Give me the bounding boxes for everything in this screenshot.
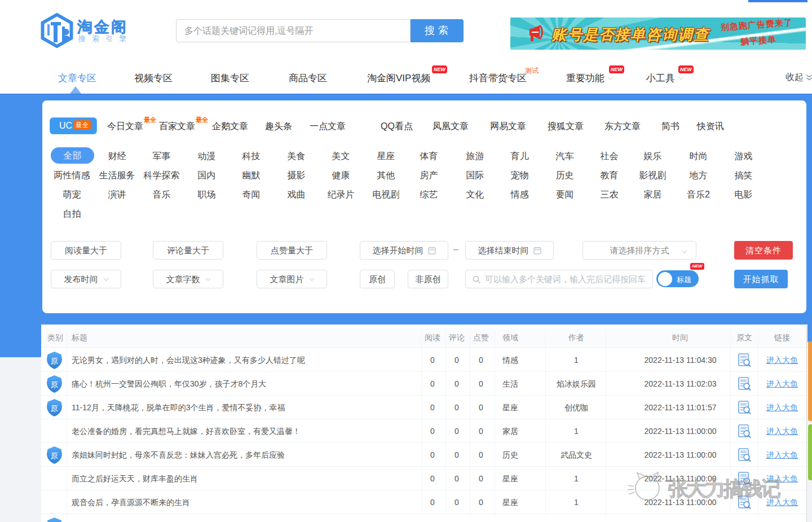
svg-text:原: 原	[51, 451, 58, 460]
svg-text:原: 原	[51, 404, 58, 413]
svg-text:原: 原	[51, 357, 58, 365]
svg-text:原: 原	[51, 380, 58, 389]
